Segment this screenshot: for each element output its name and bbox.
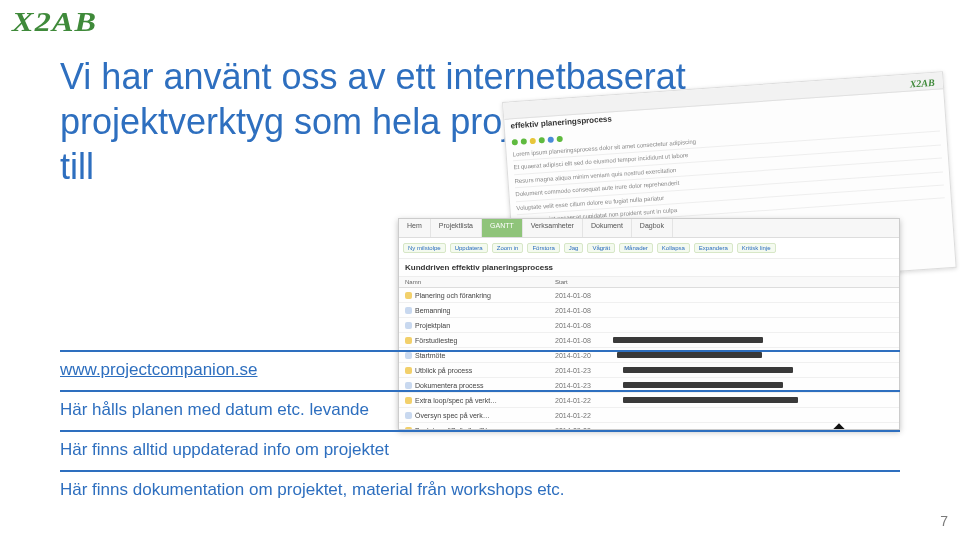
gantt-row-name: Planering och förankring	[405, 292, 555, 299]
tool-uppdatera[interactable]: Uppdatera	[450, 243, 488, 253]
tool-jag[interactable]: Jag	[564, 243, 584, 253]
gantt-row-bar	[605, 321, 893, 329]
gantt-row-name: Projektplan	[405, 322, 555, 329]
document-icon	[405, 307, 412, 314]
notes-item-2: Här hålls planen med datum etc. levande	[60, 390, 900, 430]
col-name: Namn	[405, 279, 555, 285]
page-number: 7	[940, 513, 948, 529]
project-url-link[interactable]: www.projectcompanion.se	[60, 360, 257, 379]
gantt-row-date: 2014-01-08	[555, 307, 605, 314]
tab-projektlista[interactable]: Projektlista	[431, 219, 482, 237]
document-icon	[405, 322, 412, 329]
slide: X2AB Vi har använt oss av ett internetba…	[0, 0, 960, 537]
gantt-row: Planering och förankring2014-01-08	[399, 288, 899, 303]
screenshot-front-tabs: HemProjektlistaGANTTVerksamheterDokument…	[399, 219, 899, 238]
tool-kollapsa[interactable]: Kollapsa	[657, 243, 690, 253]
gantt-row: Förstudiesteg2014-01-08	[399, 333, 899, 348]
col-start: Start	[555, 279, 605, 285]
notes-item-3: Här finns alltid uppdaterad info om proj…	[60, 430, 900, 470]
gantt-row-bar	[605, 306, 893, 314]
screenshot-front-columns: Namn Start	[399, 277, 899, 288]
gantt-row-label: Bemanning	[415, 307, 450, 314]
gantt-row-label: Planering och förankring	[415, 292, 491, 299]
notes-item-1: www.projectcompanion.se	[60, 350, 900, 390]
screenshot-front-toolbar: Ny milstolpeUppdateraZoom inFörstoraJagV…	[399, 238, 899, 259]
brand-logo: X2AB	[12, 6, 97, 38]
tool-expandera[interactable]: Expandera	[694, 243, 733, 253]
screenshot-front-title: Kunddriven effektiv planeringsprocess	[399, 259, 899, 277]
gantt-row-name: Förstudiesteg	[405, 337, 555, 344]
gantt-row: Projektplan2014-01-08	[399, 318, 899, 333]
gantt-row-date: 2014-01-08	[555, 322, 605, 329]
tab-hem[interactable]: Hem	[399, 219, 431, 237]
tool-månader[interactable]: Månader	[619, 243, 653, 253]
notes-item-4: Här finns dokumentation om projektet, ma…	[60, 470, 900, 510]
notes-list: www.projectcompanion.se Här hålls planen…	[60, 350, 900, 510]
col-timeline	[605, 279, 893, 285]
gantt-row-label: Förstudiesteg	[415, 337, 457, 344]
gantt-row-name: Bemanning	[405, 307, 555, 314]
gantt-row-bar	[605, 336, 893, 344]
tab-dokument[interactable]: Dokument	[583, 219, 632, 237]
gantt-row-label: Projektplan	[415, 322, 450, 329]
screenshot-back-logo: X2AB	[909, 77, 935, 90]
gantt-row-bar	[605, 291, 893, 299]
gantt-row-date: 2014-01-08	[555, 337, 605, 344]
tab-verksamheter[interactable]: Verksamheter	[523, 219, 583, 237]
tool-förstora[interactable]: Förstora	[527, 243, 559, 253]
tab-dagbok[interactable]: Dagbok	[632, 219, 673, 237]
tool-vågrät[interactable]: Vågrät	[587, 243, 615, 253]
gantt-row: Bemanning2014-01-08	[399, 303, 899, 318]
tool-ny-milstolpe[interactable]: Ny milstolpe	[403, 243, 446, 253]
tool-zoom-in[interactable]: Zoom in	[492, 243, 524, 253]
tool-kritisk-linje[interactable]: Kritisk linje	[737, 243, 776, 253]
gantt-row-date: 2014-01-08	[555, 292, 605, 299]
folder-icon	[405, 337, 412, 344]
tab-gantt[interactable]: GANTT	[482, 219, 523, 237]
folder-icon	[405, 292, 412, 299]
